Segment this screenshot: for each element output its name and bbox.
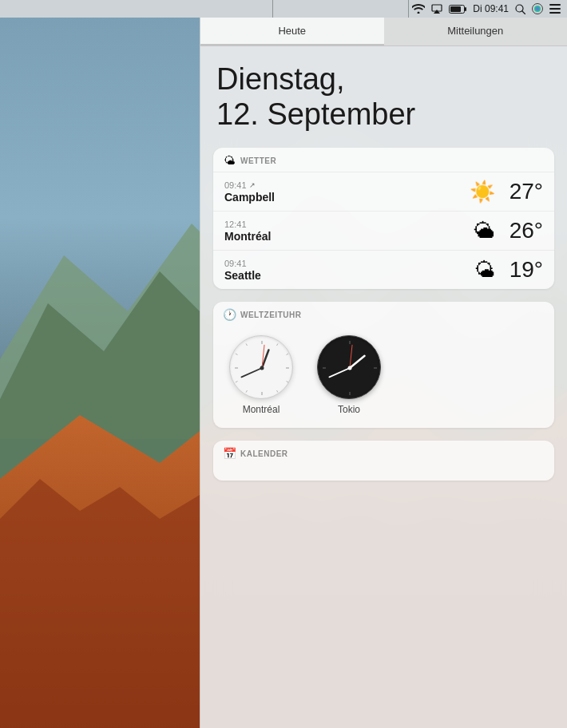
weather-row-seattle[interactable]: 09:41 Seattle 🌤 19°	[213, 250, 554, 289]
menubar: Di 09:41	[0, 0, 567, 18]
weather-icon-campbell: ☀️	[470, 180, 495, 204]
svg-line-39	[329, 368, 350, 377]
svg-point-33	[260, 366, 264, 370]
weather-widget-header: 🌤 WETTER	[213, 148, 554, 172]
notification-center-icon[interactable]	[549, 4, 561, 14]
weather-widget: 🌤 WETTER 09:41 ↗ Campbell ☀️ 27°	[213, 148, 554, 289]
svg-line-23	[287, 354, 289, 355]
svg-line-12	[522, 11, 525, 14]
svg-rect-10	[450, 6, 461, 12]
calendar-widget: 📅 KALENDER	[213, 441, 554, 481]
battery-icon[interactable]	[449, 5, 466, 14]
airplay-icon[interactable]	[431, 4, 442, 14]
wifi-icon[interactable]	[412, 4, 425, 14]
weather-row-montreal[interactable]: 12:41 Montréal 🌥 26°	[213, 211, 554, 250]
calendar-widget-header: 📅 KALENDER	[213, 441, 554, 466]
svg-line-38	[350, 356, 365, 368]
svg-point-41	[348, 366, 352, 370]
clock-montreal[interactable]: Montréal	[229, 335, 293, 415]
svg-line-25	[277, 390, 279, 393]
worldclock-widget-header: 🕐 WELTZEITUHR	[213, 302, 554, 326]
weather-row-campbell[interactable]: 09:41 ↗ Campbell ☀️ 27°	[213, 172, 554, 211]
pointer-line-right	[408, 0, 409, 18]
weather-icon-seattle: 🌤	[474, 258, 495, 283]
svg-line-22	[277, 344, 279, 346]
svg-line-28	[236, 382, 238, 383]
svg-point-14	[534, 6, 541, 12]
clock-face-montreal	[229, 335, 293, 399]
svg-line-29	[246, 390, 248, 393]
tabs-container: Heute Mitteilungen	[200, 18, 567, 46]
weather-widget-icon: 🌤	[223, 154, 236, 167]
nc-content: Dienstag, 12. September 🌤 WETTER 09:41 ↗…	[200, 46, 567, 509]
svg-rect-9	[465, 7, 466, 11]
clocks-container: Montréal	[213, 326, 554, 428]
weather-icon-montreal: 🌥	[474, 219, 495, 243]
tab-heute[interactable]: Heute	[200, 18, 384, 46]
date-heading: Dienstag, 12. September	[213, 62, 554, 132]
weather-location-info-campbell: 09:41 ↗ Campbell	[224, 180, 470, 204]
svg-line-26	[246, 344, 248, 346]
pointer-line-left	[272, 0, 273, 18]
svg-line-27	[236, 354, 238, 355]
clock-face-tokyo	[317, 335, 381, 399]
notification-center-panel: Heute Mitteilungen Dienstag, 12. Septemb…	[200, 18, 567, 728]
location-arrow: ↗	[249, 181, 256, 189]
worldclock-widget: 🕐 WELTZEITUHR	[213, 302, 554, 428]
worldclock-widget-icon: 🕐	[223, 308, 236, 321]
datetime-display: Di 09:41	[473, 3, 509, 14]
svg-rect-17	[549, 12, 561, 14]
svg-rect-15	[549, 4, 561, 6]
svg-line-31	[241, 368, 262, 377]
search-menu-icon[interactable]	[515, 4, 525, 14]
svg-line-24	[287, 382, 289, 383]
clock-tokyo[interactable]: Tokio	[317, 335, 381, 415]
siri-icon[interactable]	[532, 3, 543, 14]
calendar-widget-icon: 📅	[223, 447, 236, 460]
tab-mitteilungen[interactable]: Mitteilungen	[384, 18, 568, 46]
svg-rect-16	[549, 8, 561, 10]
